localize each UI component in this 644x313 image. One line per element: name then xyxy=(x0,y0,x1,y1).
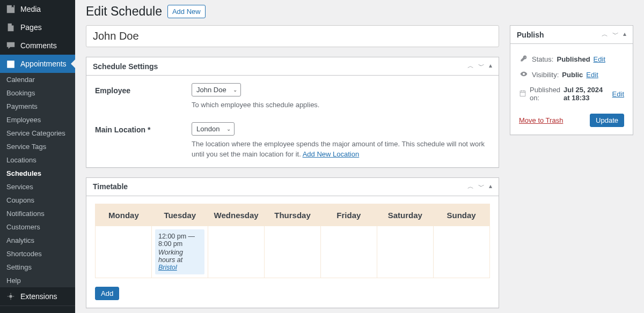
sidebar-sub-settings[interactable]: Settings xyxy=(0,260,75,274)
chevron-down-icon: ⌄ xyxy=(233,87,237,93)
status-value: Published xyxy=(557,55,590,63)
visibility-value: Public xyxy=(562,71,583,79)
sidebar-item-extensions[interactable]: Extensions xyxy=(0,287,75,305)
box-title: Timetable xyxy=(93,182,128,191)
day-header: Friday xyxy=(320,204,377,226)
move-down-icon[interactable]: ﹀ xyxy=(612,30,619,39)
day-col-tuesday[interactable]: 12:00 pm — 8:00 pm Working hours at Bris… xyxy=(151,226,208,278)
sidebar-item-label: Pages xyxy=(20,23,42,32)
day-header: Tuesday xyxy=(152,204,208,226)
sidebar-item-label: Comments xyxy=(20,41,57,50)
visibility-label: Visibility: xyxy=(532,71,559,79)
sidebar-sub-notifications[interactable]: Notifications xyxy=(0,207,75,220)
calendar-icon xyxy=(519,90,526,99)
schedule-settings-box: Schedule Settings ︿ ﹀ ▴ Employee John Do… xyxy=(86,57,499,168)
published-label: Published on: xyxy=(530,86,560,102)
sidebar-sub-schedules[interactable]: Schedules xyxy=(0,167,75,180)
sidebar-submenu: Calendar Bookings Payments Employees Ser… xyxy=(0,73,75,287)
main-content: Edit Schedule Add New Schedule Settings … xyxy=(75,0,644,313)
svg-rect-3 xyxy=(520,91,525,96)
toggle-icon[interactable]: ▴ xyxy=(489,62,492,71)
comment-icon xyxy=(5,40,16,51)
add-location-link[interactable]: Add New Location xyxy=(303,150,360,158)
sidebar-item-label: Appointments xyxy=(20,59,67,68)
sidebar-sub-employees[interactable]: Employees xyxy=(0,113,75,126)
day-header: Saturday xyxy=(377,204,433,226)
day-col-saturday[interactable] xyxy=(377,226,433,278)
day-col-friday[interactable] xyxy=(320,226,377,278)
sidebar-item-comments[interactable]: Comments xyxy=(0,36,75,55)
employee-desc: To which employee this schedule applies. xyxy=(192,100,490,110)
sidebar-item-appearance[interactable]: Appearance xyxy=(0,308,75,313)
move-up-icon[interactable]: ︿ xyxy=(467,182,474,191)
sidebar-sub-services[interactable]: Services xyxy=(0,180,75,193)
sidebar-sub-analytics[interactable]: Analytics xyxy=(0,234,75,247)
svg-point-2 xyxy=(9,295,12,297)
edit-visibility-link[interactable]: Edit xyxy=(586,71,598,79)
sidebar-item-label: Extensions xyxy=(20,292,57,301)
move-up-icon[interactable]: ︿ xyxy=(467,62,474,71)
calendar-icon xyxy=(5,58,16,69)
main-location-select-value: London xyxy=(196,125,219,133)
sidebar-sub-customers[interactable]: Customers xyxy=(0,220,75,234)
chevron-down-icon: ⌄ xyxy=(226,126,231,132)
day-header: Monday xyxy=(96,204,152,226)
sidebar-sub-calendar[interactable]: Calendar xyxy=(0,73,75,86)
move-down-icon[interactable]: ﹀ xyxy=(478,62,485,71)
slot-time: 12:00 pm — 8:00 pm xyxy=(158,233,201,248)
page-icon xyxy=(5,22,16,33)
timetable-table: Monday Tuesday Wednesday Thursday Friday… xyxy=(95,204,490,278)
day-col-monday[interactable] xyxy=(96,226,151,278)
published-value: Jul 25, 2024 at 18:33 xyxy=(564,86,609,102)
sidebar-item-label: Media xyxy=(20,5,41,13)
sidebar-sub-coupons[interactable]: Coupons xyxy=(0,193,75,207)
employee-label: Employee xyxy=(95,83,181,95)
sidebar-sub-locations[interactable]: Locations xyxy=(0,153,75,167)
timetable-slot[interactable]: 12:00 pm — 8:00 pm Working hours at Bris… xyxy=(155,229,204,274)
main-location-desc: The location where the employee spends t… xyxy=(192,139,490,160)
sidebar-sub-service-tags[interactable]: Service Tags xyxy=(0,140,75,153)
day-col-thursday[interactable] xyxy=(264,226,320,278)
day-header: Thursday xyxy=(265,204,321,226)
key-icon xyxy=(519,55,529,64)
add-timetable-button[interactable]: Add xyxy=(95,287,119,300)
day-col-wednesday[interactable] xyxy=(208,226,264,278)
media-icon xyxy=(5,4,16,14)
update-button[interactable]: Update xyxy=(590,114,624,127)
sidebar-sub-service-categories[interactable]: Service Categories xyxy=(0,126,75,140)
sidebar-sub-payments[interactable]: Payments xyxy=(0,100,75,113)
sidebar-item-appointments[interactable]: Appointments xyxy=(0,55,75,73)
page-title: Edit Schedule xyxy=(86,4,162,19)
eye-icon xyxy=(519,70,529,79)
edit-published-link[interactable]: Edit xyxy=(612,90,624,98)
toggle-icon[interactable]: ▴ xyxy=(489,182,492,191)
main-location-select[interactable]: London ⌄ xyxy=(192,122,235,136)
sidebar-sub-bookings[interactable]: Bookings xyxy=(0,86,75,100)
day-col-sunday[interactable] xyxy=(433,226,489,278)
employee-select-value: John Doe xyxy=(196,86,226,94)
move-to-trash-link[interactable]: Move to Trash xyxy=(519,116,563,124)
sidebar-item-pages[interactable]: Pages xyxy=(0,18,75,36)
day-header: Wednesday xyxy=(208,204,265,226)
sidebar-sub-help[interactable]: Help xyxy=(0,274,75,287)
add-new-button[interactable]: Add New xyxy=(167,5,206,18)
box-title: Schedule Settings xyxy=(93,62,158,71)
move-up-icon[interactable]: ︿ xyxy=(602,30,608,39)
day-header: Sunday xyxy=(433,204,489,226)
edit-status-link[interactable]: Edit xyxy=(594,55,605,63)
timetable-box: Timetable ︿ ﹀ ▴ Monday Tuesday Wednesday… xyxy=(86,177,499,308)
employee-select[interactable]: John Doe ⌄ xyxy=(192,83,241,96)
move-down-icon[interactable]: ﹀ xyxy=(478,182,485,191)
status-label: Status: xyxy=(532,55,553,63)
main-location-label: Main Location * xyxy=(95,122,181,134)
schedule-title-input[interactable] xyxy=(86,25,499,47)
publish-box: Publish ︿ ﹀ ▴ Status: Published Edi xyxy=(510,25,633,135)
slot-location: Working hours at Bristol xyxy=(158,249,201,271)
sidebar-item-media[interactable]: Media xyxy=(0,0,75,18)
sidebar-sub-shortcodes[interactable]: Shortcodes xyxy=(0,247,75,260)
slot-location-link[interactable]: Bristol xyxy=(158,264,177,271)
box-title: Publish xyxy=(517,31,544,39)
toggle-icon[interactable]: ▴ xyxy=(623,30,626,39)
extension-icon xyxy=(5,291,16,302)
admin-sidebar: Media Pages Comments Appointments Calend… xyxy=(0,0,75,313)
